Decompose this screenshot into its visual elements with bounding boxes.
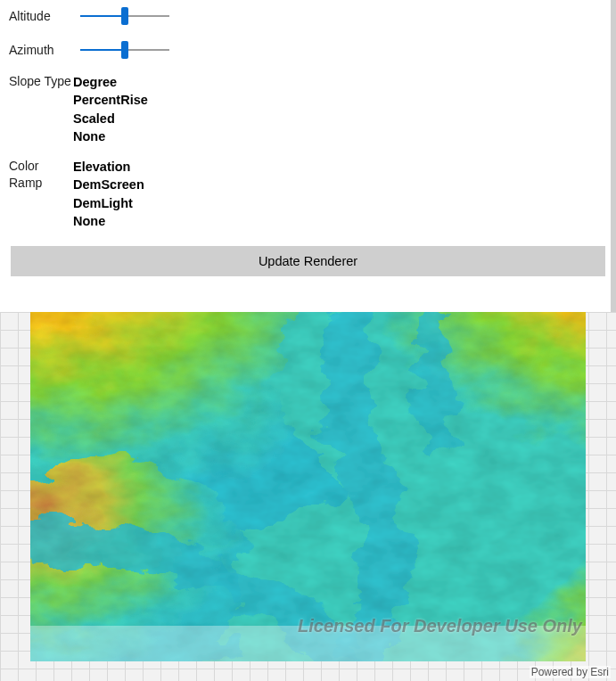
map-view[interactable]: Licensed For Developer Use Only Powered … [0, 312, 616, 681]
ramp-option-none[interactable]: None [73, 212, 144, 230]
ramp-option-demscreen[interactable]: DemScreen [73, 176, 144, 193]
slider-thumb[interactable] [121, 41, 128, 59]
ramp-option-elevation[interactable]: Elevation [73, 158, 144, 176]
slope-type-options: Degree PercentRise Scaled None [73, 73, 148, 145]
color-ramp-options: Elevation DemScreen DemLight None [73, 158, 144, 230]
attribution-text: Powered by Esri [530, 666, 611, 678]
slope-option-scaled[interactable]: Scaled [73, 110, 148, 127]
slider-fill [80, 15, 125, 17]
slider-fill [80, 49, 125, 51]
color-ramp-label: Color Ramp [9, 158, 73, 192]
hillshade-raster [30, 312, 586, 661]
scrollbar-track[interactable] [611, 0, 616, 312]
slope-option-degree[interactable]: Degree [73, 73, 148, 91]
altitude-row: Altitude [9, 5, 607, 27]
azimuth-label: Azimuth [9, 42, 73, 59]
slope-type-label: Slope Type [9, 73, 73, 90]
azimuth-slider[interactable] [80, 39, 169, 61]
slope-type-row: Slope Type Degree PercentRise Scaled Non… [9, 73, 607, 145]
update-renderer-button[interactable]: Update Renderer [11, 246, 605, 276]
slider-thumb[interactable] [121, 7, 128, 25]
slope-option-none[interactable]: None [73, 127, 148, 145]
svg-rect-5 [30, 626, 586, 661]
azimuth-row: Azimuth [9, 39, 607, 61]
slope-option-percentrise[interactable]: PercentRise [73, 91, 148, 109]
ramp-option-demlight[interactable]: DemLight [73, 194, 144, 212]
color-ramp-row: Color Ramp Elevation DemScreen DemLight … [9, 158, 607, 230]
altitude-slider[interactable] [80, 5, 169, 27]
altitude-label: Altitude [9, 8, 73, 25]
controls-panel: Altitude Azimuth Slope Type Degree Perce… [0, 0, 616, 287]
